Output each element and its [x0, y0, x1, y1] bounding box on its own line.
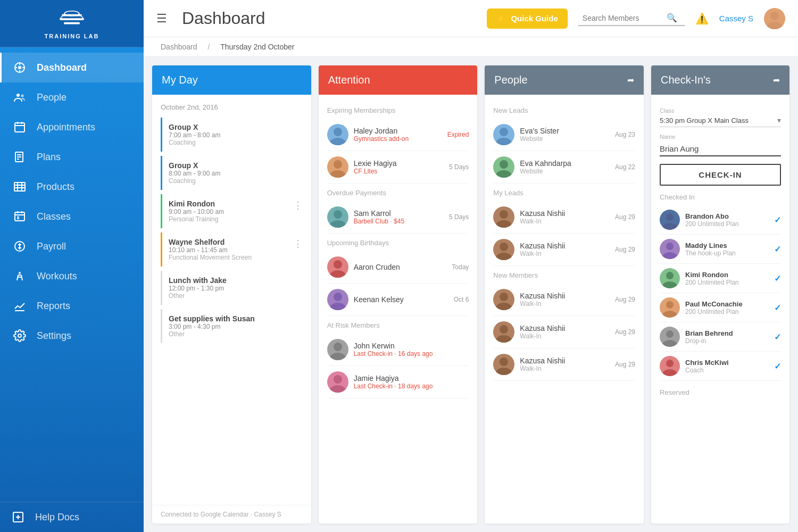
class-dropdown-icon[interactable]: ▾: [777, 116, 781, 124]
checkin-item: Kimi Rondon 200 Unlimited Plan ✓: [660, 264, 781, 293]
checkin-item: Paul McConachie 200 Unlimited Plan ✓: [660, 293, 781, 322]
svg-rect-14: [15, 123, 24, 132]
sidebar-item-people-label: People: [37, 92, 66, 103]
myday-item-menu[interactable]: ⋮: [293, 238, 303, 250]
user-avatar[interactable]: [764, 8, 785, 29]
search-input[interactable]: [583, 14, 662, 22]
svg-point-56: [330, 353, 346, 360]
myday-item: Lunch with Jake 12:00 pm - 1:30 pm Other: [161, 271, 303, 305]
people-avatar: [493, 156, 514, 178]
svg-rect-27: [15, 212, 24, 221]
logo-icon: [56, 10, 88, 31]
svg-point-69: [500, 325, 508, 334]
sidebar-item-workouts[interactable]: Workouts: [0, 261, 144, 291]
svg-point-77: [666, 272, 674, 279]
sidebar-item-classes[interactable]: Classes: [0, 202, 144, 231]
people-avatar: [493, 321, 514, 343]
checkins-panel: Check-In's ➦ Class 5:30 pm Group X Main …: [651, 65, 789, 523]
svg-point-55: [334, 343, 342, 351]
myday-panel: My Day October 2nd, 2016 Group X 7:00 am…: [152, 65, 311, 523]
checkins-share-icon[interactable]: ➦: [773, 75, 780, 85]
svg-point-66: [496, 253, 512, 260]
svg-point-12: [16, 94, 20, 97]
people-avatar: [493, 354, 514, 375]
svg-point-83: [666, 360, 674, 367]
svg-point-39: [18, 334, 21, 337]
myday-item: Group X 7:00 am - 8:00 am Coaching: [161, 118, 303, 152]
overdue-payments-label: Overdue Payments: [327, 189, 469, 197]
svg-point-63: [500, 210, 508, 219]
checkin-button[interactable]: CHECK-IN: [660, 164, 781, 186]
sidebar-item-appointments-label: Appointments: [37, 122, 95, 133]
svg-point-44: [767, 22, 783, 29]
checkin-item: Maddy Lines The hook-up Plan ✓: [660, 235, 781, 264]
alert-icon[interactable]: ⚠️: [695, 12, 709, 25]
svg-point-73: [666, 213, 674, 221]
svg-point-78: [662, 281, 677, 288]
myday-item-menu[interactable]: ⋮: [293, 200, 303, 211]
sidebar: TRAINING LAB Dashboard People Appointmen…: [0, 0, 144, 532]
sidebar-item-dashboard[interactable]: Dashboard: [0, 53, 144, 82]
reports-icon: [12, 298, 27, 313]
name-input[interactable]: [660, 142, 781, 156]
checkin-avatar: [660, 239, 680, 259]
people-item: Kazusa Nishii Walk-In Aug 29: [493, 348, 635, 381]
checkin-check-icon: ✓: [774, 215, 781, 225]
user-name[interactable]: Cassey S: [719, 14, 753, 23]
breadcrumb-root[interactable]: Dashboard: [161, 43, 197, 51]
attention-avatar: [327, 289, 348, 310]
expiring-memberships-label: Expiring Memberships: [327, 106, 469, 114]
class-label: Class: [660, 107, 781, 114]
sidebar-item-payroll[interactable]: Payroll: [0, 231, 144, 261]
my-leads-label: My Leads: [493, 189, 635, 197]
svg-point-67: [500, 293, 508, 301]
svg-point-70: [496, 335, 512, 343]
quick-guide-button[interactable]: ⚡ Quick Guide: [487, 9, 567, 29]
svg-point-37: [19, 272, 21, 274]
svg-point-49: [334, 210, 342, 219]
sidebar-item-reports[interactable]: Reports: [0, 291, 144, 321]
svg-point-65: [500, 243, 508, 251]
people-item: Kazusa Nishii Walk-In Aug 29: [493, 234, 635, 266]
attention-header: Attention: [319, 65, 478, 95]
breadcrumb: Dashboard / Thursday 2nd October: [144, 37, 798, 57]
people-item: Eva Kahndarpa Website Aug 22: [493, 151, 635, 184]
attention-avatar: [327, 371, 348, 393]
checkin-avatar: [660, 268, 680, 288]
checkins-title: Check-In's: [661, 74, 711, 86]
new-leads-label: New Leads: [493, 106, 635, 114]
svg-point-53: [334, 293, 342, 301]
new-members-label: New Members: [493, 271, 635, 279]
people-share-icon[interactable]: ➦: [627, 75, 634, 85]
svg-point-7: [18, 66, 21, 69]
plans-icon: [12, 149, 27, 164]
payroll-icon: [12, 239, 27, 254]
sidebar-item-appointments[interactable]: Appointments: [0, 112, 144, 142]
logo-text: TRAINING LAB: [45, 33, 99, 39]
attention-item: Jamie Hagiya Last Check-in · 18 days ago: [327, 366, 469, 398]
attention-avatar: [327, 339, 348, 360]
sidebar-help[interactable]: Help Docs: [0, 502, 144, 532]
attention-item: Aaron Cruden Today: [327, 251, 469, 284]
myday-footer: Connected to Google Calendar · Cassey S: [152, 505, 311, 523]
sidebar-item-settings[interactable]: Settings: [0, 321, 144, 351]
people-item: Kazusa Nishii Walk-In Aug 29: [493, 316, 635, 348]
svg-point-61: [500, 160, 508, 169]
sidebar-item-people[interactable]: People: [0, 82, 144, 112]
name-label: Name: [660, 134, 781, 140]
people-avatar: [493, 206, 514, 228]
search-box: 🔍: [578, 11, 685, 26]
myday-item: Get supplies with Susan 3:00 pm - 4:30 p…: [161, 309, 303, 343]
sidebar-item-plans[interactable]: Plans: [0, 142, 144, 172]
svg-point-80: [662, 311, 677, 318]
menu-icon[interactable]: ☰: [156, 12, 167, 26]
svg-point-76: [662, 252, 677, 259]
sidebar-item-products[interactable]: Products: [0, 172, 144, 202]
help-icon: [11, 510, 26, 525]
checkin-avatar: [660, 297, 680, 318]
main-area: ☰ Dashboard ⚡ Quick Guide 🔍 ⚠️ Cassey S …: [144, 0, 798, 532]
sidebar-item-dashboard-label: Dashboard: [37, 62, 87, 73]
people-header: People ➦: [485, 65, 644, 95]
checkin-item: Brian Behrend Drop-in ✓: [660, 322, 781, 352]
help-label: Help Docs: [35, 512, 79, 523]
